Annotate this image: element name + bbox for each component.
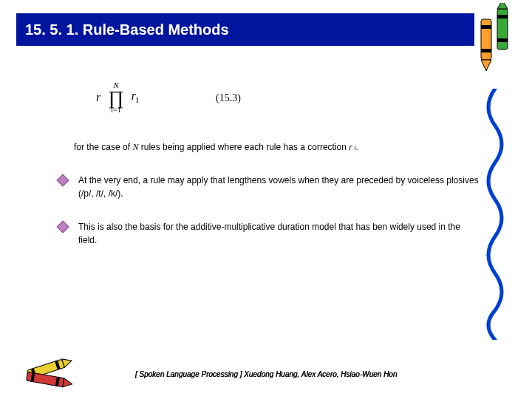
prod-lower-limit: i=1 — [111, 106, 120, 114]
svg-marker-1 — [481, 60, 491, 71]
pi-symbol: ∏ — [108, 89, 123, 106]
slide-title-bar: 15. 5. 1. Rule-Based Methods — [16, 13, 474, 46]
bullet-text: At the very end, a rule may apply that l… — [78, 174, 481, 201]
product-operator: N ∏ i=1 — [108, 81, 123, 114]
bullet-item: This is also the basis for the additive-… — [71, 220, 481, 248]
slide-title: 15. 5. 1. Rule-Based Methods — [25, 21, 229, 38]
formula-lhs: r — [96, 91, 100, 104]
formula-term: ri — [132, 89, 139, 106]
bullet-item: At the very end, a rule may apply that l… — [71, 174, 481, 201]
svg-rect-6 — [497, 15, 508, 18]
svg-rect-2 — [481, 25, 491, 29]
equation-formula: r N ∏ i=1 ri — [96, 81, 139, 114]
svg-rect-3 — [481, 49, 491, 52]
equation-number: (15.3) — [216, 92, 241, 104]
content-area: for the case of N rules being applied wh… — [71, 140, 481, 267]
diamond-bullet-icon — [58, 175, 68, 185]
diamond-bullet-icon — [58, 222, 68, 232]
bullet-text: This is also the basis for the additive-… — [78, 220, 481, 248]
crayon-top-decoration — [478, 3, 514, 73]
crayon-bottom-decoration — [22, 351, 81, 392]
svg-marker-13 — [63, 378, 73, 389]
svg-marker-5 — [497, 3, 508, 9]
crayon-squiggle-decoration — [480, 89, 510, 340]
intro-line: for the case of N rules being applied wh… — [74, 140, 481, 154]
svg-rect-7 — [497, 38, 508, 42]
